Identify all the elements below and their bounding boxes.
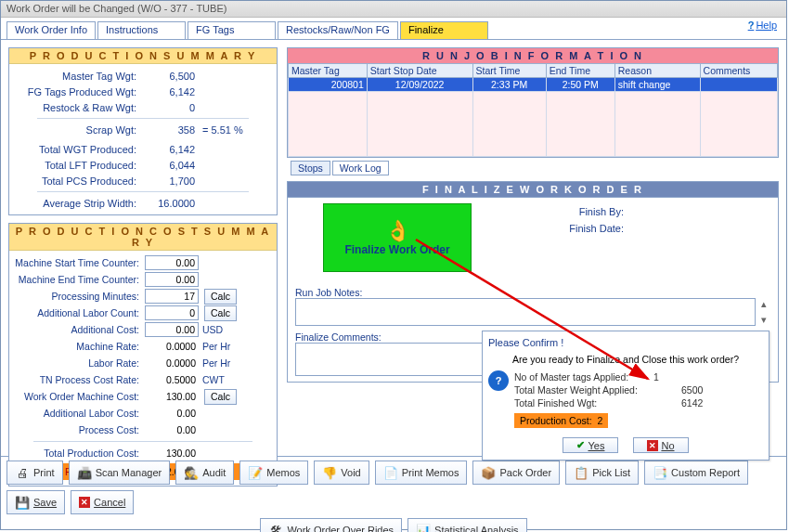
stat-analysis-button[interactable]: 📊Statistical Analysis bbox=[407, 518, 526, 532]
calc-proc-min-button[interactable]: Calc bbox=[204, 289, 237, 305]
tab-finalize[interactable]: Finalize bbox=[400, 21, 488, 39]
cell-date: 12/09/2022 bbox=[367, 78, 472, 92]
cancel-label: Cancel bbox=[94, 497, 125, 508]
subtab-stops[interactable]: Stops bbox=[291, 161, 330, 175]
input-start-counter[interactable] bbox=[145, 255, 199, 270]
confirm-title: Please Confirm ! bbox=[488, 337, 763, 348]
col-start-stop-date[interactable]: Start Stop Date bbox=[367, 64, 472, 78]
print-button[interactable]: 🖨Print bbox=[6, 461, 63, 485]
unit-add-cost: USD bbox=[202, 324, 223, 335]
scroll-up-icon[interactable]: ▴ bbox=[757, 298, 770, 310]
value-fg-tags-wgt: 6,142 bbox=[144, 86, 195, 97]
input-proc-min[interactable] bbox=[145, 289, 199, 304]
x-icon: ✕ bbox=[647, 440, 658, 451]
production-cost-panel: P R O D U C T I O N C O S T S U M M A R … bbox=[8, 223, 278, 487]
cancel-button[interactable]: ✕Cancel bbox=[71, 490, 134, 514]
label-add-labor-ct: Additional Labor Count: bbox=[15, 307, 145, 318]
wrench-icon: 🛠 bbox=[268, 523, 283, 532]
scan-manager-button[interactable]: 📠Scan Manager bbox=[69, 461, 171, 485]
window-title: Work Order will be Changed (W/O - 377 - … bbox=[1, 1, 786, 18]
scrap-percent: = 5.51 % bbox=[202, 124, 243, 136]
value-total-prod-cost: 130.00 bbox=[145, 448, 199, 459]
col-reason[interactable]: Reason bbox=[614, 64, 700, 78]
no-button[interactable]: ✕No bbox=[633, 437, 688, 453]
value-prod-cost: 2 bbox=[597, 415, 602, 426]
audit-label: Audit bbox=[202, 467, 226, 478]
value-finished-wgt: 6142 bbox=[681, 396, 703, 409]
label-process-cost: Process Cost: bbox=[15, 424, 145, 435]
overrides-button[interactable]: 🛠Work Order Over Rides bbox=[260, 518, 402, 532]
input-add-cost[interactable] bbox=[145, 322, 199, 337]
col-comments[interactable]: Comments bbox=[700, 64, 777, 78]
print-memos-button[interactable]: 📄Print Memos bbox=[375, 461, 468, 485]
run-job-info-panel: R U N J O B I N F O R M A T I O N Master… bbox=[287, 47, 779, 175]
col-master-tag[interactable]: Master Tag bbox=[289, 64, 368, 78]
tab-restocks[interactable]: Restocks/Raw/Non FG bbox=[278, 21, 398, 39]
chart-icon: 📊 bbox=[416, 523, 431, 532]
label-tn-rate: TN Process Cost Rate: bbox=[15, 374, 145, 385]
tab-fg-tags[interactable]: FG Tags bbox=[188, 21, 276, 39]
tab-instructions[interactable]: Instructions bbox=[97, 21, 186, 39]
label-master-weight: Total Master Weight Applied: bbox=[514, 383, 653, 396]
custom-report-button[interactable]: 📑Custom Report bbox=[644, 461, 748, 485]
ok-hand-icon: 👌 bbox=[385, 219, 410, 243]
scan-manager-label: Scan Manager bbox=[96, 468, 162, 478]
pick-list-label: Pick List bbox=[592, 467, 630, 478]
label-total-pcs: Total PCS Produced: bbox=[19, 175, 144, 187]
no-label: No bbox=[661, 440, 674, 451]
custom-report-label: Custom Report bbox=[671, 468, 740, 478]
label-master-tags-applied: No of Master tags Applied: bbox=[514, 370, 653, 383]
subtab-worklog[interactable]: Work Log bbox=[332, 161, 389, 175]
run-job-table[interactable]: Master Tag Start Stop Date Start Time En… bbox=[288, 63, 778, 157]
calc-add-labor-button[interactable]: Calc bbox=[204, 305, 237, 321]
pick-list-button[interactable]: 📋Pick List bbox=[565, 461, 639, 485]
void-label: Void bbox=[341, 467, 360, 478]
label-run-job-notes: Run Job Notes: bbox=[295, 287, 770, 298]
save-button[interactable]: 💾Save bbox=[6, 490, 65, 514]
production-summary-panel: P R O D U C T I O N S U M M A R Y Master… bbox=[8, 47, 278, 215]
unit-labor-rate: Per Hr bbox=[202, 357, 230, 369]
audit-button[interactable]: 🕵Audit bbox=[175, 461, 234, 485]
col-start-time[interactable]: Start Time bbox=[472, 64, 546, 78]
scroll-down-icon[interactable]: ▾ bbox=[757, 314, 770, 326]
save-icon: 💾 bbox=[15, 495, 30, 510]
yes-button[interactable]: ✔Yes bbox=[563, 437, 618, 453]
save-label: Save bbox=[33, 497, 57, 508]
value-total-wgt: 6,142 bbox=[144, 144, 195, 155]
finalize-work-order-button[interactable]: 👌 Finalize Work Order bbox=[323, 203, 472, 272]
scanner-icon: 📠 bbox=[77, 465, 92, 480]
cell-reason: shift change bbox=[614, 78, 700, 92]
pack-order-button[interactable]: 📦Pack Order bbox=[472, 461, 560, 485]
label-avg-strip: Average Strip Width: bbox=[19, 198, 144, 209]
cell-end: 2:50 PM bbox=[546, 78, 614, 92]
value-process-cost: 0.00 bbox=[145, 424, 199, 435]
run-job-notes-input[interactable] bbox=[295, 298, 756, 326]
label-total-lft: Total LFT Produced: bbox=[19, 160, 144, 171]
help-icon: ? bbox=[748, 19, 755, 31]
value-wo-machine-cost: 130.00 bbox=[145, 391, 199, 402]
note-icon: 📝 bbox=[248, 465, 263, 480]
print-memos-label: Print Memos bbox=[402, 468, 459, 478]
help-link[interactable]: ?Help bbox=[748, 19, 777, 31]
label-master-tag-wgt: Master Tag Wgt: bbox=[19, 71, 144, 82]
finalize-header: F I N A L I Z E W O R K O R D E R bbox=[287, 181, 779, 198]
void-button[interactable]: 👎Void bbox=[314, 461, 369, 485]
cell-master: 200801 bbox=[289, 78, 368, 92]
label-total-wgt: Total WGT Produced: bbox=[19, 144, 144, 155]
memos-label: Memos bbox=[266, 467, 300, 478]
print-label: Print bbox=[33, 467, 55, 478]
calc-wo-cost-button[interactable]: Calc bbox=[204, 389, 237, 405]
finalize-button-label: Finalize Work Order bbox=[344, 243, 449, 256]
input-add-labor-ct[interactable] bbox=[145, 305, 199, 320]
table-row[interactable]: 200801 12/09/2022 2:33 PM 2:50 PM shift … bbox=[289, 78, 778, 92]
value-total-lft: 6,044 bbox=[144, 160, 195, 171]
memos-button[interactable]: 📝Memos bbox=[239, 461, 308, 485]
col-end-time[interactable]: End Time bbox=[546, 64, 614, 78]
cell-comments bbox=[700, 78, 777, 92]
tab-work-order-info[interactable]: Work Order Info bbox=[6, 21, 96, 39]
yes-label: Yes bbox=[588, 440, 604, 451]
unit-machine-rate: Per Hr bbox=[202, 341, 230, 352]
label-wo-machine-cost: Work Order Machine Cost: bbox=[15, 391, 145, 402]
input-end-counter[interactable] bbox=[145, 272, 199, 287]
value-scrap-wgt: 358 bbox=[144, 124, 195, 136]
